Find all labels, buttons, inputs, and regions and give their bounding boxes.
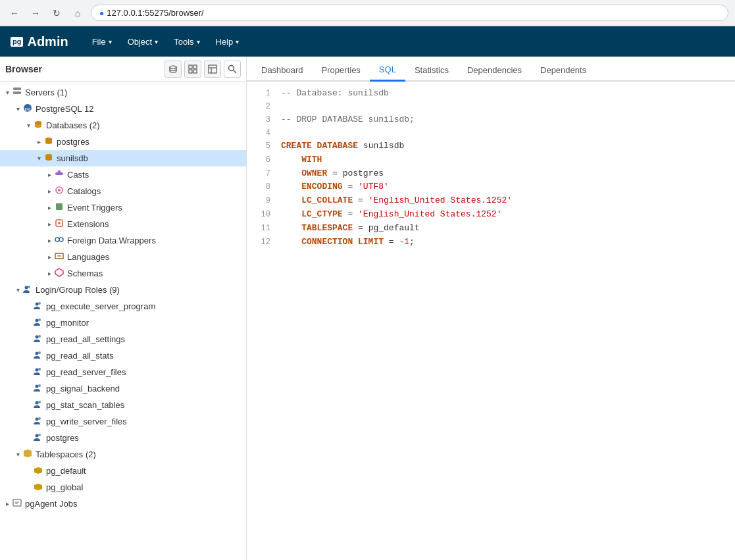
tree-item-event_triggers[interactable]: ▸Event Triggers xyxy=(0,199,246,216)
sql-token: 'English_United States.1252' xyxy=(358,209,501,219)
tree-item-pg_execute[interactable]: pg_execute_server_program xyxy=(0,298,246,315)
tree-item-label: Catalogs xyxy=(67,186,101,196)
forward-button[interactable]: → xyxy=(28,5,43,21)
browser-chrome: ← → ↻ ⌂ ● 127.0.0.1:55275/browser/ xyxy=(0,0,735,26)
tree-item-pg_read_server_files[interactable]: pg_read_server_files xyxy=(0,364,246,380)
menu-object[interactable]: Object ▾ xyxy=(120,26,166,57)
tree-item-label: Databases (2) xyxy=(46,120,100,130)
tree-item-label: Casts xyxy=(67,170,89,180)
tree-toggle[interactable]: ▾ xyxy=(13,105,22,113)
tree-item-pg_stat_scan_tables[interactable]: pg_stat_scan_tables xyxy=(0,397,246,413)
tree-item-icon xyxy=(33,317,43,329)
pgadmin-logo: pg Admin xyxy=(0,26,79,57)
tree-toggle[interactable]: ▾ xyxy=(34,155,43,162)
tree-item-icon xyxy=(54,168,64,181)
menu-file[interactable]: File ▾ xyxy=(84,26,120,57)
tree-toggle[interactable]: ▾ xyxy=(24,122,33,129)
chevron-down-icon: ▾ xyxy=(236,38,239,45)
tree-item-databases[interactable]: ▾Databases (2) xyxy=(0,117,246,134)
tree-toggle[interactable]: ▾ xyxy=(13,451,22,458)
tree-item-tablespaces[interactable]: ▾Tablespaces (2) xyxy=(0,446,246,463)
tree-item-extensions[interactable]: ▸Extensions xyxy=(0,216,246,232)
tree-toggle[interactable]: ▸ xyxy=(45,237,54,244)
tab-statistics[interactable]: Statistics xyxy=(405,60,458,82)
sql-token: LC_CTYPE xyxy=(281,209,343,219)
grid-icon-btn[interactable] xyxy=(184,61,201,78)
line-number: 8 xyxy=(252,181,270,193)
tree-toggle[interactable]: ▸ xyxy=(45,171,54,178)
tree-item-postgresql12[interactable]: ▾pgPostgreSQL 12 xyxy=(0,101,246,117)
tree-item-icon xyxy=(54,218,64,230)
tree-item-fdw[interactable]: ▸Foreign Data Wrappers xyxy=(0,232,246,249)
tree-toggle[interactable]: ▸ xyxy=(45,270,54,277)
tree-item-pg_signal_backend[interactable]: pg_signal_backend xyxy=(0,380,246,397)
tree-item-pg_monitor[interactable]: pg_monitor xyxy=(0,315,246,331)
table-icon-btn[interactable] xyxy=(204,61,221,78)
back-button[interactable]: ← xyxy=(7,5,22,21)
tab-sql[interactable]: SQL xyxy=(370,59,405,82)
tab-dependencies[interactable]: Dependencies xyxy=(458,60,531,82)
tree-toggle[interactable]: ▸ xyxy=(45,220,54,228)
svg-point-37 xyxy=(38,318,41,321)
home-button[interactable]: ⌂ xyxy=(70,5,86,21)
sql-token: 'English_United States.1252' xyxy=(368,195,512,205)
sql-line: 12 CONNECTION LIMIT = -1; xyxy=(247,236,735,249)
tree-toggle[interactable]: ▸ xyxy=(45,253,54,261)
svg-point-51 xyxy=(38,434,41,436)
svg-rect-52 xyxy=(13,499,21,506)
svg-point-41 xyxy=(38,351,41,354)
tab-properties[interactable]: Properties xyxy=(313,60,370,82)
tree-item-postgres_role[interactable]: postgres xyxy=(0,430,246,446)
address-bar[interactable]: ● 127.0.0.1:55275/browser/ xyxy=(91,5,728,21)
tree-item-schemas[interactable]: ▸Schemas xyxy=(0,265,246,282)
sql-line: 5CREATE DATABASE sunilsdb xyxy=(247,140,735,153)
tree-toggle[interactable]: ▾ xyxy=(3,89,12,96)
sql-line: 10 LC_CTYPE = 'English_United States.125… xyxy=(247,208,735,222)
tree-item-label: PostgreSQL 12 xyxy=(36,104,93,114)
tree-toggle[interactable]: ▸ xyxy=(3,500,12,507)
refresh-button[interactable]: ↻ xyxy=(49,5,64,21)
search-icon-btn[interactable] xyxy=(224,61,241,78)
tree-toggle[interactable]: ▸ xyxy=(45,204,54,211)
sql-line: 3-- DROP DATABASE sunilsdb; xyxy=(247,113,735,127)
sql-token: -- DROP DATABASE sunilsdb; xyxy=(281,115,415,124)
tree-item-label: Tablespaces (2) xyxy=(36,449,96,459)
sql-token: = xyxy=(343,209,358,219)
line-number: 12 xyxy=(252,236,270,249)
svg-rect-23 xyxy=(56,203,63,210)
tree-toggle[interactable]: ▾ xyxy=(13,286,22,293)
tree-item-catalogs[interactable]: ▸Catalogs xyxy=(0,183,246,199)
tab-dashboard[interactable]: Dashboard xyxy=(252,60,313,82)
tree-item-icon xyxy=(33,481,43,494)
tree-item-icon: pg xyxy=(22,103,33,115)
line-number: 11 xyxy=(252,222,270,235)
svg-point-45 xyxy=(38,384,41,387)
tree-item-pgagent[interactable]: ▸pgAgent Jobs xyxy=(0,496,246,512)
tree-item-pg_global[interactable]: pg_global xyxy=(0,479,246,496)
svg-point-48 xyxy=(36,418,39,421)
menu-help[interactable]: Help ▾ xyxy=(208,26,247,57)
tree-item-pg_write_server_files[interactable]: pg_write_server_files xyxy=(0,413,246,430)
line-content: WITH xyxy=(281,153,730,167)
tree-item-pg_default[interactable]: pg_default xyxy=(0,463,246,479)
tree-item-casts[interactable]: ▸Casts xyxy=(0,166,246,183)
tree-item-postgres[interactable]: ▸postgres xyxy=(0,134,246,150)
header-menu: File ▾ Object ▾ Tools ▾ Help ▾ xyxy=(84,26,247,57)
tree-item-icon xyxy=(33,382,43,395)
tab-dependents[interactable]: Dependents xyxy=(531,60,596,82)
sql-token: = xyxy=(327,168,342,178)
tree-toggle[interactable]: ▸ xyxy=(34,138,43,145)
tree-item-languages[interactable]: ▸Languages xyxy=(0,249,246,265)
menu-tools[interactable]: Tools ▾ xyxy=(166,26,207,57)
storage-icon-btn[interactable] xyxy=(165,61,182,78)
tree-item-servers[interactable]: ▾Servers (1) xyxy=(0,84,246,101)
sql-token: ENCODING xyxy=(281,182,343,191)
tree-toggle[interactable]: ▸ xyxy=(45,188,54,195)
tree-item-pg_read_all_settings[interactable]: pg_read_all_settings xyxy=(0,331,246,347)
line-content: TABLESPACE = pg_default xyxy=(281,222,730,236)
svg-point-36 xyxy=(36,319,39,322)
tree-item-label: pg_execute_server_program xyxy=(46,301,155,311)
tree-item-pg_read_all_stats[interactable]: pg_read_all_stats xyxy=(0,347,246,364)
tree-item-sunilsdb[interactable]: ▾sunilsdb xyxy=(0,150,246,166)
tree-item-login_group_roles[interactable]: ▾Login/Group Roles (9) xyxy=(0,282,246,298)
